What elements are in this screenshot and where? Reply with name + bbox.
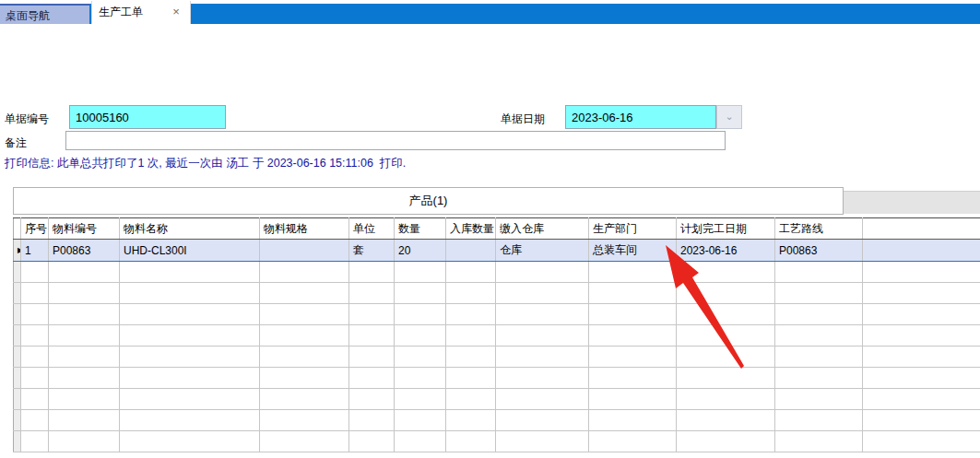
production-order-window: 桌面导航 生产工单 × 单据编号 单据日期 ⌄ 备注 打印信息: 此单总共打印了… — [0, 0, 980, 458]
row-selector-cell[interactable]: ▶ — [14, 240, 21, 262]
column-header-seq[interactable]: 序号 — [21, 218, 49, 240]
empty-grid-row — [14, 325, 980, 346]
column-header-warehouse[interactable]: 缴入仓库 — [496, 218, 589, 240]
doc-date-input[interactable] — [565, 105, 716, 129]
tab-desktop-nav-label: 桌面导航 — [6, 9, 50, 22]
column-header-quantity[interactable]: 数量 — [395, 218, 446, 240]
column-header-process-route[interactable]: 工艺路线 — [775, 218, 863, 240]
cell-unit[interactable]: 套 — [349, 240, 395, 262]
cell-warehouse[interactable]: 仓库 — [496, 240, 589, 262]
column-header-material-name[interactable]: 物料名称 — [120, 218, 260, 240]
product-grid: 序号 物料编号 物料名称 物料规格 单位 数量 入库数量 缴入仓库 生产部门 计… — [13, 217, 980, 452]
grid-corner-cell — [14, 218, 21, 240]
remark-input[interactable] — [65, 131, 726, 150]
tab-product-label: 产品(1) — [409, 194, 448, 207]
table-row[interactable]: ▶ 1 P00863 UHD-CL300I 套 20 仓库 总装车间 2023-… — [14, 240, 980, 262]
column-header-unit[interactable]: 单位 — [349, 218, 395, 240]
column-header-material-code[interactable]: 物料编号 — [49, 218, 120, 240]
doc-date-dropdown-button[interactable]: ⌄ — [716, 105, 742, 129]
current-row-marker-icon: ▶ — [18, 240, 20, 261]
panel-strip-filler — [844, 191, 980, 214]
tab-production-order-label: 生产工单 — [99, 6, 143, 18]
empty-grid-row — [14, 283, 980, 304]
chevron-down-icon: ⌄ — [725, 111, 733, 122]
empty-grid-row — [14, 304, 980, 325]
tab-production-order[interactable]: 生产工单 × — [91, 1, 191, 24]
grid-header-row: 序号 物料编号 物料名称 物料规格 单位 数量 入库数量 缴入仓库 生产部门 计… — [14, 218, 980, 240]
cell-quantity[interactable]: 20 — [395, 240, 446, 262]
doc-no-label: 单据编号 — [5, 112, 49, 127]
column-header-extra[interactable] — [863, 218, 980, 240]
tab-product[interactable]: 产品(1) — [13, 187, 844, 215]
close-icon[interactable]: × — [170, 1, 183, 24]
doc-no-input[interactable] — [69, 105, 226, 129]
remark-label: 备注 — [5, 135, 27, 151]
cell-inbound-qty[interactable] — [446, 240, 496, 262]
column-header-production-dept[interactable]: 生产部门 — [589, 218, 677, 240]
empty-grid-row — [14, 262, 980, 283]
cell-material-spec[interactable] — [260, 240, 349, 262]
cell-extra[interactable] — [863, 240, 980, 262]
tab-desktop-nav[interactable]: 桌面导航 — [0, 4, 89, 24]
column-header-material-spec[interactable]: 物料规格 — [260, 218, 349, 240]
column-header-inbound-qty[interactable]: 入库数量 — [446, 218, 496, 240]
empty-grid-row — [14, 346, 980, 368]
cell-material-name[interactable]: UHD-CL300I — [120, 240, 260, 262]
empty-grid-row — [14, 410, 980, 431]
column-header-planned-finish-date[interactable]: 计划完工日期 — [677, 218, 775, 240]
empty-grid-row — [14, 389, 980, 410]
empty-grid-row — [14, 368, 980, 389]
grid-body: ▶ 1 P00863 UHD-CL300I 套 20 仓库 总装车间 2023-… — [14, 240, 980, 452]
cell-material-code[interactable]: P00863 — [49, 240, 120, 262]
cell-seq[interactable]: 1 — [21, 240, 49, 262]
product-panel-strip: 产品(1) — [13, 187, 980, 215]
cell-production-dept[interactable]: 总装车间 — [589, 240, 677, 262]
cell-planned-finish-date[interactable]: 2023-06-16 — [677, 240, 775, 262]
print-info-text: 打印信息: 此单总共打印了1 次, 最近一次由 汤工 于 2023-06-16 … — [5, 156, 406, 171]
doc-date-label: 单据日期 — [501, 112, 545, 127]
cell-process-route[interactable]: P00863 — [775, 240, 863, 262]
empty-grid-row — [14, 431, 980, 452]
